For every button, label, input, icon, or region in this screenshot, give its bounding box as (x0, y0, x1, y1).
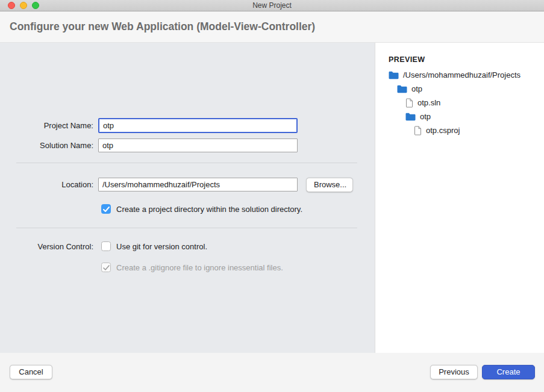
titlebar: New Project (0, 0, 544, 11)
tree-row: otp (389, 82, 540, 96)
previous-button[interactable]: Previous (430, 365, 478, 379)
page-title: Configure your new Web Application (Mode… (10, 20, 315, 33)
use-git-checkbox-label: Use git for version control. (116, 241, 207, 252)
project-name-label: Project Name: (0, 118, 93, 133)
minimize-window-icon[interactable] (20, 2, 27, 9)
preview-title: PREVIEW (389, 55, 425, 64)
tree-row: /Users/mohammedhuzaif/Projects (389, 68, 540, 82)
solution-name-input[interactable] (98, 138, 298, 152)
divider (16, 163, 357, 163)
use-git-checkbox[interactable] (101, 241, 111, 251)
gitignore-checkbox (101, 263, 111, 272)
file-icon (405, 98, 413, 108)
project-directory-checkbox-label: Create a project directory within the so… (116, 204, 302, 214)
tree-item-label: otp (420, 112, 431, 121)
footer: Cancel Previous Create (0, 353, 544, 392)
file-icon (414, 126, 422, 135)
header: Configure your new Web Application (Mode… (0, 11, 544, 43)
window-title: New Project (252, 1, 292, 10)
folder-icon (397, 85, 407, 93)
version-control-label: Version Control: (0, 241, 93, 252)
file-tree: /Users/mohammedhuzaif/Projects otp o (389, 68, 540, 137)
tree-row: otp (389, 110, 540, 123)
location-input[interactable] (98, 178, 298, 191)
tree-row: otp.csproj (389, 123, 540, 137)
create-button[interactable]: Create (482, 365, 535, 379)
tree-row: otp.sln (389, 96, 540, 110)
cancel-button[interactable]: Cancel (10, 365, 52, 379)
traffic-lights (8, 2, 39, 9)
project-name-input[interactable] (98, 118, 298, 133)
tree-item-label: otp.csproj (426, 126, 460, 135)
tree-item-label: otp (411, 84, 422, 93)
folder-icon (389, 71, 399, 79)
form-panel: Project Name: Solution Name: Location: B… (0, 43, 375, 353)
project-directory-checkbox[interactable] (101, 204, 111, 214)
gitignore-checkbox-label: Create a .gitignore file to ignore iness… (116, 263, 283, 273)
solution-name-label: Solution Name: (0, 138, 93, 152)
preview-panel: PREVIEW /Users/mohammedhuzaif/Projects (375, 43, 544, 353)
zoom-window-icon[interactable] (32, 2, 39, 9)
new-project-dialog: New Project Configure your new Web Appli… (0, 0, 544, 392)
tree-item-label: otp.sln (417, 98, 440, 107)
tree-item-label: /Users/mohammedhuzaif/Projects (403, 70, 521, 79)
close-window-icon[interactable] (8, 2, 15, 9)
location-label: Location: (0, 178, 93, 191)
browse-button[interactable]: Browse... (306, 178, 353, 192)
divider (16, 228, 357, 228)
folder-icon (405, 113, 416, 121)
